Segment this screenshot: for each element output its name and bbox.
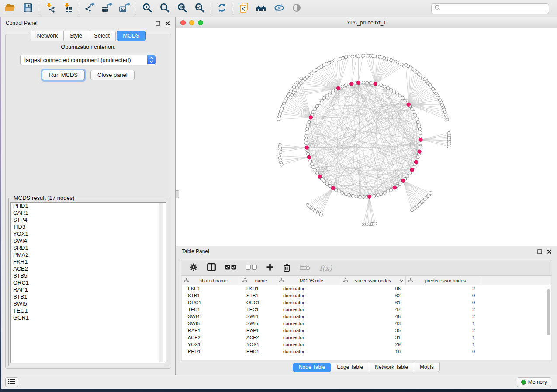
search-input[interactable] [441,6,546,12]
import-table-button[interactable] [59,1,76,16]
control-panel-titlebar: Control Panel [1,17,175,27]
tab-mcds[interactable]: MCDS [117,31,145,41]
table-cell: 2 [406,327,480,334]
apply-layout-button[interactable] [213,1,231,16]
table-cell: ORC1 [182,299,240,306]
first-neighbors-button[interactable] [253,1,270,16]
network-title: YPA_prune.txt_1 [176,20,557,26]
table-cell: PHD1 [182,348,240,355]
add-column-button[interactable] [266,263,274,272]
mcds-result-item[interactable]: STB1 [11,293,166,300]
mcds-result-item[interactable]: PHD1 [11,203,166,210]
table-panel: Table Panel f(x) [176,246,557,375]
close-mcds-panel-button[interactable]: Close panel [90,70,135,80]
panel-menu-button[interactable] [5,377,18,387]
mcds-result-item[interactable]: FKH1 [11,258,166,265]
import-network-button[interactable] [42,1,59,16]
float-table-panel-button[interactable] [536,248,543,254]
table-row[interactable]: STB1STB1dominator620 [182,292,551,299]
export-network-button[interactable] [81,1,99,16]
mcds-result-item[interactable]: TEC1 [11,307,166,314]
network-canvas[interactable] [176,28,557,246]
open-session-button[interactable] [2,1,19,16]
table-row[interactable]: SWI4SWI4dominator462 [182,313,551,320]
result-list-scrollbar[interactable] [159,203,163,362]
tab-motifs[interactable]: Motifs [414,363,440,372]
table-settings-button[interactable] [189,263,198,273]
delete-column-button[interactable] [283,263,291,273]
delete-table-button[interactable] [300,264,310,272]
function-builder-button[interactable]: f(x) [319,264,332,272]
table-row[interactable]: PHD1PHD1dominator180 [182,348,551,355]
table-row[interactable]: YOX1YOX1connector291 [182,341,551,348]
zoom-out-icon [159,3,170,14]
float-panel-button[interactable] [154,20,161,26]
tab-network[interactable]: Network [31,31,64,41]
show-all-button[interactable] [288,1,305,16]
export-image-button[interactable] [116,1,134,16]
fit-content-button[interactable] [173,1,191,16]
table-cell: 47 [341,306,406,313]
main-toolbar [0,0,557,17]
export-network-icon [85,3,95,14]
table-scrollbar-thumb[interactable] [547,289,550,335]
optimization-criterion-select[interactable]: largest connected component (undirected) [20,55,156,65]
table-cell: 18 [341,348,406,355]
plus-icon [266,263,274,272]
memory-button[interactable]: Memory [517,377,551,387]
search-box[interactable] [431,3,549,14]
mcds-result-item[interactable]: STB5 [11,272,166,279]
column-header-name[interactable]: name [240,276,277,285]
column-header-predecessor-nodes[interactable]: predecessor nodes [406,276,480,285]
close-panel-button[interactable] [164,20,171,26]
table-row[interactable]: RAP1RAP1dominator352 [182,327,551,334]
gear-icon [189,263,198,273]
deselect-all-button[interactable] [246,265,257,271]
table-cell: 35 [341,327,406,334]
memory-status-icon [521,380,526,385]
copy-network-icon [239,3,249,14]
mcds-result-item[interactable]: YOX1 [11,230,166,237]
mcds-result-item[interactable]: ORC1 [11,279,166,286]
run-mcds-button[interactable]: Run MCDS [42,70,85,80]
table-row[interactable]: TEC1TEC1connector472 [182,306,551,313]
mcds-result-item[interactable]: SRD1 [11,244,166,251]
tab-node-table[interactable]: Node Table [293,363,332,372]
main-content: Control Panel NetworkStyleSelectMCDS Opt… [1,17,557,375]
zoom-out-button[interactable] [156,1,173,16]
mcds-result-item[interactable]: CAR1 [11,210,166,217]
status-bar: Memory [1,375,557,389]
mcds-result-item[interactable]: RAP1 [11,286,166,293]
column-header-successor-nodes[interactable]: successor nodes [341,276,406,285]
tab-network-table[interactable]: Network Table [369,363,414,372]
mcds-result-item[interactable]: SWI4 [11,237,166,244]
table-row[interactable]: ORC1ORC1dominator610 [182,299,551,306]
mcds-result-item[interactable]: PMA2 [11,251,166,258]
save-session-button[interactable] [19,1,37,16]
hide-selected-button[interactable] [270,1,288,16]
tab-select[interactable]: Select [88,31,116,41]
mcds-result-item[interactable]: STP4 [11,217,166,224]
table-cell: PHD1 [240,348,277,355]
mcds-result-list[interactable]: PHD1CAR1STP4TID3YOX1SWI4SRD1PMA2FKH1ACE2… [10,202,166,363]
column-header-shared-name[interactable]: shared name [182,276,240,285]
zoom-selected-button[interactable] [191,1,208,16]
table-row[interactable]: ACE2ACE2connector311 [182,334,551,341]
mcds-result-item[interactable]: GCR1 [11,314,166,321]
tab-style[interactable]: Style [64,31,88,41]
zoom-in-button[interactable] [138,1,156,16]
export-table-button[interactable] [99,1,116,16]
mcds-result-item[interactable]: SWI5 [11,300,166,307]
toggle-columns-button[interactable] [207,263,216,272]
table-row[interactable]: SWI5SWI5connector431 [182,320,551,327]
tab-edge-table[interactable]: Edge Table [331,363,369,372]
close-table-panel-button[interactable] [546,248,553,254]
zoom-in-icon [142,3,152,14]
mcds-result-item[interactable]: ACE2 [11,265,166,272]
table-row[interactable]: FKH1FKH1dominator962 [182,285,551,292]
new-network-from-selection-button[interactable] [235,1,253,16]
column-header-MCDS-role[interactable]: MCDS role [277,276,341,285]
splitter-handle[interactable] [175,190,179,198]
select-all-button[interactable] [225,265,236,271]
mcds-result-item[interactable]: TID3 [11,224,166,230]
